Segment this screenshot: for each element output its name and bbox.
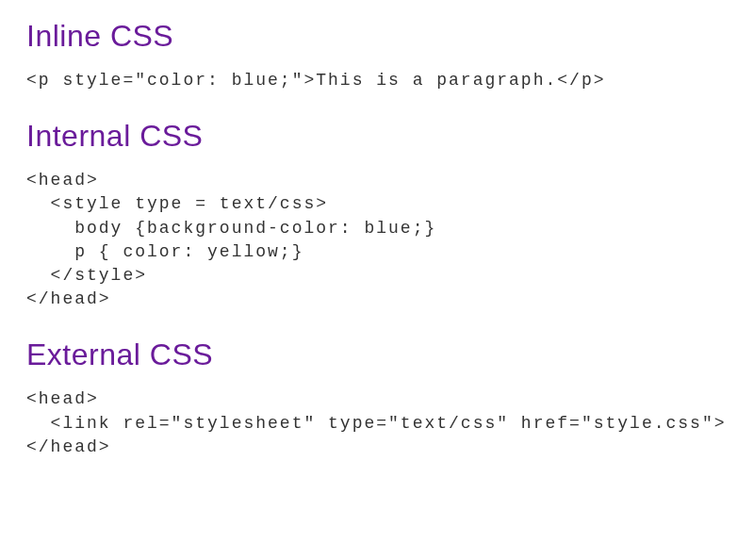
inline-css-section: Inline CSS <p style="color: blue;">This …	[26, 19, 728, 92]
inline-css-heading: Inline CSS	[26, 19, 728, 54]
external-css-code: <head> <link rel="stylesheet" type="text…	[26, 387, 728, 459]
inline-css-code: <p style="color: blue;">This is a paragr…	[26, 69, 728, 92]
internal-css-heading: Internal CSS	[26, 119, 728, 154]
external-css-section: External CSS <head> <link rel="styleshee…	[26, 338, 728, 459]
internal-css-section: Internal CSS <head> <style type = text/c…	[26, 119, 728, 311]
external-css-heading: External CSS	[26, 338, 728, 372]
internal-css-code: <head> <style type = text/css> body {bac…	[26, 169, 728, 311]
